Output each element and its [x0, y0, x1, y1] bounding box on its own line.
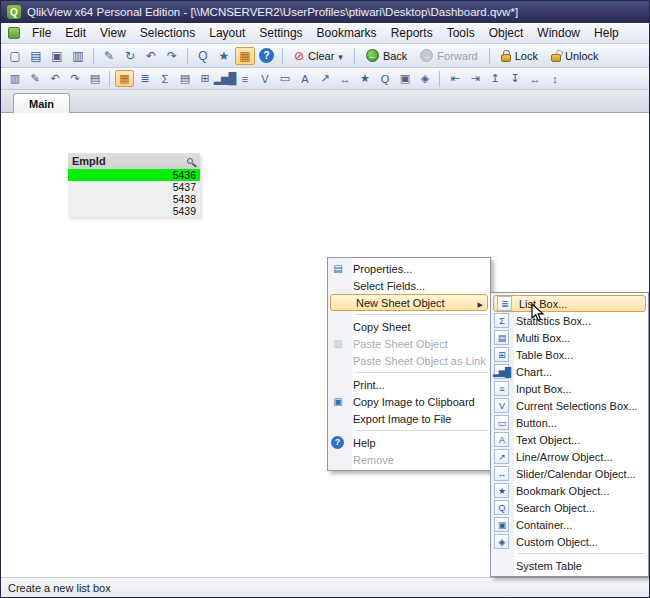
menu-item-label: Print...	[353, 379, 385, 391]
new-sheet-object-submenu: ≣ List Box... Σ Statistics Box... ▤ Mult…	[490, 292, 649, 577]
design-grid-icon[interactable]: ▦	[235, 47, 255, 65]
menu-view[interactable]: View	[93, 24, 133, 42]
icon-placeholder	[494, 558, 509, 573]
container-icon: ▣	[494, 517, 509, 532]
context-menu-item-paste-sheet-object-as-link[interactable]: Paste Sheet Object as Link	[328, 352, 490, 369]
submenu-item-search-object[interactable]: Q Search Object...	[491, 499, 648, 516]
submenu-item-container[interactable]: ▣ Container...	[491, 516, 648, 533]
lock-button[interactable]: Lock	[495, 47, 544, 64]
context-menu-item-copy-image-to-clipboard[interactable]: ▣ Copy Image to Clipboard	[328, 393, 490, 410]
list-box-icon[interactable]: ≣	[135, 70, 154, 87]
menu-file[interactable]: File	[25, 24, 58, 42]
submenu-item-text-object[interactable]: A Text Object...	[491, 431, 648, 448]
menu-reports[interactable]: Reports	[384, 24, 440, 42]
sigma-icon: Σ	[494, 313, 509, 328]
chart-icon[interactable]: ▂▅█	[215, 70, 234, 87]
table-box-icon[interactable]: ⊞	[195, 70, 214, 87]
listbox-row[interactable]: 5437	[68, 181, 200, 193]
menu-tools[interactable]: Tools	[440, 24, 482, 42]
tab-main[interactable]: Main	[13, 93, 70, 113]
container-icon[interactable]: ▣	[395, 70, 414, 87]
align-right-icon[interactable]: ⇥	[465, 70, 484, 87]
current-selections-box-icon[interactable]: V	[255, 70, 274, 87]
new-file-icon[interactable]: ▢	[5, 47, 25, 65]
undo-icon[interactable]: ↶	[141, 47, 161, 65]
menu-object[interactable]: Object	[482, 24, 531, 42]
input-box-icon[interactable]: ≡	[235, 70, 254, 87]
button-icon[interactable]: ▭	[275, 70, 294, 87]
back-button[interactable]: ← Back	[360, 47, 413, 64]
edit-script-icon[interactable]: ✎	[99, 47, 119, 65]
search-icon[interactable]	[187, 158, 193, 164]
submenu-item-system-table[interactable]: System Table	[491, 557, 648, 574]
submenu-item-bookmark-object[interactable]: ★ Bookmark Object...	[491, 482, 648, 499]
lock-label: Lock	[515, 50, 538, 62]
submenu-item-line-arrow-object[interactable]: ↗ Line/Arrow Object...	[491, 448, 648, 465]
submenu-item-current-selections-box[interactable]: V Current Selections Box...	[491, 397, 648, 414]
empid-listbox[interactable]: EmpId 5436 5437 5438 5439	[68, 153, 200, 217]
space-horizontal-icon[interactable]: ↔	[525, 70, 544, 87]
open-icon[interactable]: ▤	[26, 47, 46, 65]
statistics-box-icon[interactable]: Σ	[155, 70, 174, 87]
submenu-item-list-box[interactable]: ≣ List Box...	[493, 295, 646, 312]
menu-edit[interactable]: Edit	[58, 24, 93, 42]
bookmark-icon[interactable]: ★	[214, 47, 234, 65]
context-menu-item-help[interactable]: ? Help	[328, 434, 490, 451]
slider-icon[interactable]: ↔	[335, 70, 354, 87]
submenu-item-button[interactable]: ▭ Button...	[491, 414, 648, 431]
context-menu-item-copy-sheet[interactable]: Copy Sheet	[328, 318, 490, 335]
print-icon[interactable]: ▥	[68, 47, 88, 65]
redo-icon[interactable]: ↷	[65, 70, 84, 87]
clear-button[interactable]: ⊘ Clear	[288, 48, 349, 64]
submenu-item-statistics-box[interactable]: Σ Statistics Box...	[491, 312, 648, 329]
help-icon[interactable]: ?	[259, 48, 274, 63]
cell-value: 5438	[173, 193, 196, 205]
listbox-row-selected[interactable]: 5436	[68, 169, 200, 181]
align-top-icon[interactable]: ↥	[485, 70, 504, 87]
undo-icon[interactable]: ↶	[45, 70, 64, 87]
text-object-icon[interactable]: A	[295, 70, 314, 87]
search-icon[interactable]: Q	[193, 47, 213, 65]
sheet-properties-icon[interactable]: ▤	[85, 70, 104, 87]
paste-icon[interactable]: ▥	[5, 70, 24, 87]
line-arrow-icon[interactable]: ↗	[315, 70, 334, 87]
unlock-button[interactable]: Unlock	[545, 47, 605, 64]
redo-icon[interactable]: ↷	[162, 47, 182, 65]
menu-selections[interactable]: Selections	[133, 24, 202, 42]
bookmark-icon[interactable]: ★	[355, 70, 374, 87]
context-menu-item-select-fields[interactable]: Select Fields...	[328, 277, 490, 294]
menu-layout[interactable]: Layout	[202, 24, 252, 42]
menu-window[interactable]: Window	[530, 24, 587, 42]
submenu-item-table-box[interactable]: ⊞ Table Box...	[491, 346, 648, 363]
context-menu-item-new-sheet-object[interactable]: New Sheet Object	[330, 294, 488, 311]
listbox-header[interactable]: EmpId	[68, 153, 200, 169]
context-menu-item-properties[interactable]: ▤ Properties...	[328, 260, 490, 277]
multi-box-icon[interactable]: ▤	[175, 70, 194, 87]
context-menu-item-print[interactable]: Print...	[328, 376, 490, 393]
align-bottom-icon[interactable]: ↧	[505, 70, 524, 87]
listbox-row[interactable]: 5439	[68, 205, 200, 217]
context-menu-item-paste-sheet-object[interactable]: ▥ Paste Sheet Object	[328, 335, 490, 352]
space-vertical-icon[interactable]: ↕	[545, 70, 564, 87]
forward-button[interactable]: → Forward	[414, 47, 483, 64]
context-menu-item-remove[interactable]: Remove	[328, 451, 490, 468]
listbox-row[interactable]: 5438	[68, 193, 200, 205]
submenu-item-custom-object[interactable]: ◈ Custom Object...	[491, 533, 648, 550]
submenu-item-multi-box[interactable]: ▤ Multi Box...	[491, 329, 648, 346]
menu-bookmarks[interactable]: Bookmarks	[310, 24, 384, 42]
submenu-item-chart[interactable]: ▂▅█ Chart...	[491, 363, 648, 380]
submenu-item-slider-calendar-object[interactable]: ↔ Slider/Calendar Object...	[491, 465, 648, 482]
context-menu-item-export-image-to-file[interactable]: Export Image to File	[328, 410, 490, 427]
save-icon[interactable]: ▣	[47, 47, 67, 65]
menu-help[interactable]: Help	[587, 24, 626, 42]
search-object-icon[interactable]: Q	[375, 70, 394, 87]
submenu-item-input-box[interactable]: ≡ Input Box...	[491, 380, 648, 397]
align-left-icon[interactable]: ⇤	[445, 70, 464, 87]
title-bar[interactable]: Q QlikView x64 Personal Edition - [\\MCN…	[1, 1, 649, 23]
design-grid-icon[interactable]: ▦	[115, 70, 134, 87]
menu-settings[interactable]: Settings	[252, 24, 309, 42]
custom-object-icon[interactable]: ◈	[415, 70, 434, 87]
document-icon[interactable]	[8, 27, 20, 39]
format-painter-icon[interactable]: ✎	[25, 70, 44, 87]
reload-icon[interactable]: ↻	[120, 47, 140, 65]
